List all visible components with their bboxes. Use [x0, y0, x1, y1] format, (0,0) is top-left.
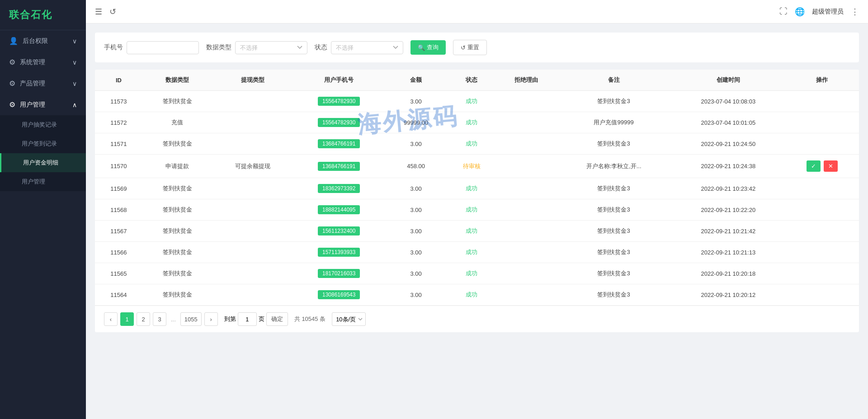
- cell-status: 成功: [447, 133, 496, 155]
- cell-amount: 99999.00: [385, 112, 447, 133]
- col-phone: 用户手机号: [292, 70, 385, 91]
- system-icon: ⚙: [9, 58, 15, 66]
- cell-amount: 3.00: [385, 263, 447, 284]
- cell-withdraw-type: [212, 263, 293, 284]
- status-select[interactable]: 不选择: [331, 41, 403, 54]
- cell-created: 2023-07-04 10:08:03: [671, 91, 785, 112]
- cell-created: 2022-09-21 10:21:13: [671, 242, 785, 263]
- cell-reject: [496, 155, 556, 178]
- cell-phone: 15711393933: [292, 242, 385, 263]
- sidebar-item-system-label: 系统管理: [20, 58, 45, 66]
- admin-icon: 👤: [9, 37, 18, 45]
- globe-icon[interactable]: 🌐: [795, 7, 805, 17]
- cell-phone: 15564782930: [292, 91, 385, 112]
- cell-reject: [496, 91, 556, 112]
- reject-button[interactable]: ✕: [824, 160, 838, 172]
- cell-amount: 3.00: [385, 91, 447, 112]
- cell-created: 2022-09-21 10:24:50: [671, 133, 785, 155]
- next-page-button[interactable]: ›: [204, 312, 218, 326]
- user-chevron-icon: ∧: [72, 101, 77, 108]
- page-2-button[interactable]: 2: [137, 312, 150, 326]
- goto-confirm-button[interactable]: 确定: [266, 312, 288, 326]
- prev-page-button[interactable]: ‹: [104, 312, 118, 326]
- cell-amount: 3.00: [385, 199, 447, 221]
- cell-action: [785, 178, 859, 199]
- cell-created: 2022-09-21 10:21:42: [671, 221, 785, 242]
- phone-badge: 13684766191: [318, 139, 360, 148]
- cell-action: [785, 242, 859, 263]
- cell-status: 成功: [447, 284, 496, 306]
- cell-id: 11568: [95, 199, 142, 221]
- col-created: 创建时间: [671, 70, 785, 91]
- menu-toggle-icon[interactable]: ☰: [95, 7, 102, 17]
- cell-reject: [496, 133, 556, 155]
- sidebar-item-system[interactable]: ⚙ 系统管理 ∨: [0, 52, 86, 73]
- goto-label: 到第: [224, 315, 236, 323]
- sidebar-item-admin-label: 后台权限: [23, 37, 48, 45]
- col-id: ID: [95, 70, 142, 91]
- cell-status: 成功: [447, 263, 496, 284]
- page-3-button[interactable]: 3: [153, 312, 166, 326]
- cell-status: 待审核: [447, 155, 496, 178]
- cell-amount: 3.00: [385, 221, 447, 242]
- cell-amount: 3.00: [385, 242, 447, 263]
- cell-remark: 签到扶贫金3: [556, 91, 671, 112]
- data-type-select[interactable]: 不选择: [235, 41, 307, 54]
- cell-created: 2022-09-21 10:24:38: [671, 155, 785, 178]
- cell-withdraw-type: 可提余额提现: [212, 155, 293, 178]
- funds-table: ID 数据类型 提现类型 用户手机号 金额 状态 拒绝理由 备注 创建时间 操作…: [95, 70, 859, 306]
- main-area: ☰ ↺ ⛶ 🌐 超级管理员 ⋮ 海外源码 手机号 数据类型 不选择: [86, 0, 868, 419]
- table-row: 11566 签到扶贫金 15711393933 3.00 成功 签到扶贫金3 2…: [95, 242, 859, 263]
- query-button[interactable]: 🔍 查询: [410, 40, 446, 55]
- sidebar-item-user[interactable]: ⚙ 用户管理 ∧: [0, 94, 86, 115]
- cell-id: 11573: [95, 91, 142, 112]
- cell-withdraw-type: [212, 133, 293, 155]
- reset-button[interactable]: ↺ 重置: [453, 40, 487, 55]
- cell-created: 2022-09-21 10:20:18: [671, 263, 785, 284]
- status-label: 状态: [315, 43, 327, 52]
- sidebar-item-user-manage[interactable]: 用户管理: [0, 172, 86, 191]
- cell-action: [785, 263, 859, 284]
- phone-badge: 13086169543: [318, 290, 360, 299]
- table-row: 11571 签到扶贫金 13684766191 3.00 成功 签到扶贫金3 2…: [95, 133, 859, 155]
- phone-badge: 15711393933: [318, 248, 360, 257]
- cell-action: [785, 284, 859, 306]
- cell-phone: 13086169543: [292, 284, 385, 306]
- cell-data-type: 签到扶贫金: [142, 263, 212, 284]
- page-1-button[interactable]: 1: [120, 312, 134, 326]
- col-status: 状态: [447, 70, 496, 91]
- more-icon[interactable]: ⋮: [851, 7, 859, 17]
- sidebar-logo: 联合石化: [0, 0, 86, 30]
- page-size-select[interactable]: 10条/页: [332, 312, 366, 326]
- sidebar-item-user-lottery[interactable]: 用户抽奖记录: [0, 115, 86, 134]
- phone-input[interactable]: [127, 41, 199, 54]
- page-last-button[interactable]: 1055: [180, 312, 202, 326]
- phone-badge: 18362973392: [318, 184, 360, 193]
- phone-badge: 15611232400: [318, 226, 360, 235]
- cell-withdraw-type: [212, 91, 293, 112]
- fullscreen-icon[interactable]: ⛶: [779, 7, 788, 16]
- username: 超级管理员: [812, 8, 844, 16]
- header: ☰ ↺ ⛶ 🌐 超级管理员 ⋮: [86, 0, 868, 24]
- cell-reject: [496, 284, 556, 306]
- approve-button[interactable]: ✓: [807, 160, 821, 172]
- content: 海外源码 手机号 数据类型 不选择 状态 不选择 🔍 查询: [86, 24, 868, 419]
- sidebar-item-product-label: 产品管理: [20, 80, 45, 88]
- sidebar-item-user-label: 用户管理: [20, 101, 45, 109]
- cell-amount: 3.00: [385, 284, 447, 306]
- phone-badge: 15564782930: [318, 97, 360, 106]
- sidebar-item-user-funds[interactable]: 用户资金明细: [0, 153, 86, 172]
- table-header-row: ID 数据类型 提现类型 用户手机号 金额 状态 拒绝理由 备注 创建时间 操作: [95, 70, 859, 91]
- refresh-icon[interactable]: ↺: [109, 7, 116, 17]
- cell-action: [785, 221, 859, 242]
- sidebar-item-user-signin[interactable]: 用户签到记录: [0, 134, 86, 153]
- cell-phone: 13684766191: [292, 133, 385, 155]
- sidebar-item-admin[interactable]: 👤 后台权限 ∨: [0, 30, 86, 52]
- sidebar-item-product[interactable]: ⚙ 产品管理 ∨: [0, 73, 86, 94]
- col-withdraw-type: 提现类型: [212, 70, 293, 91]
- cell-withdraw-type: [212, 112, 293, 133]
- cell-reject: [496, 112, 556, 133]
- cell-status: 成功: [447, 199, 496, 221]
- data-type-label: 数据类型: [206, 43, 231, 52]
- goto-input[interactable]: [238, 312, 257, 326]
